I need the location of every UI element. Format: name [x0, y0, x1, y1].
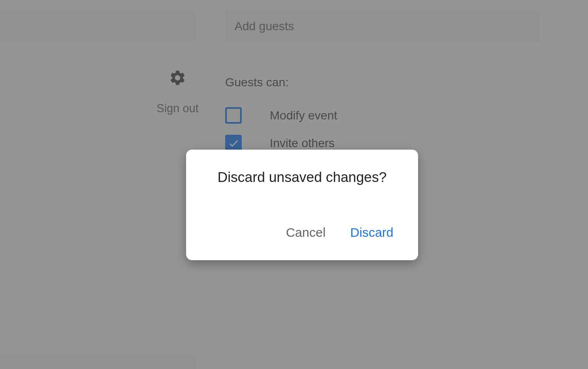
discard-changes-dialog: Discard unsaved changes? Cancel Discard [186, 150, 418, 260]
dialog-title: Discard unsaved changes? [206, 169, 398, 185]
dialog-button-row: Cancel Discard [206, 222, 398, 243]
cancel-button[interactable]: Cancel [284, 222, 327, 243]
discard-button[interactable]: Discard [348, 222, 395, 243]
